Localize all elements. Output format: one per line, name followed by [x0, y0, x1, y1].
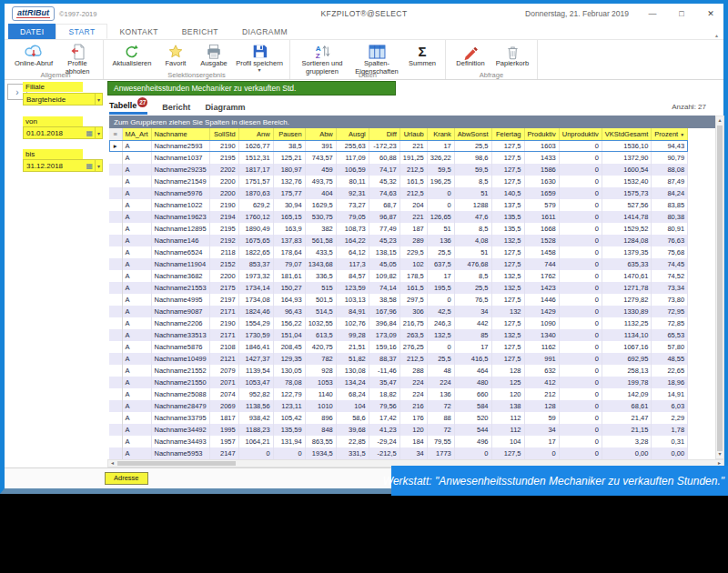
online-abruf-button[interactable]: Online-Abruf	[13, 42, 55, 68]
tab-bericht[interactable]: Bericht	[162, 103, 190, 115]
row-selector-header[interactable]: ≡	[109, 128, 122, 140]
row-selector[interactable]	[109, 294, 122, 306]
row-selector[interactable]	[109, 341, 122, 353]
adresse-button[interactable]: Adresse	[105, 472, 148, 485]
header-cell-prozent[interactable]: Prozent▼	[652, 128, 688, 140]
tab-tabelle[interactable]: Tabelle27	[109, 101, 147, 115]
table-row[interactable]: ANachname2155220791139,54130,05928130,08…	[109, 365, 688, 377]
scroll-left-icon[interactable]: ◂	[108, 460, 116, 467]
tab-diagramm[interactable]: DIAGRAMM	[230, 24, 299, 39]
table-row[interactable]: ANachname59532147001934,5331,5-212,53417…	[109, 447, 688, 459]
row-selector[interactable]	[109, 400, 122, 412]
row-selector[interactable]	[109, 187, 122, 199]
table-row[interactable]: ANachname2154922001751,57132,76493,7580,…	[109, 176, 688, 187]
row-selector[interactable]	[109, 246, 122, 258]
table-row[interactable]: ANachname3449219951188,23135,5984839,684…	[109, 424, 688, 436]
row-selector[interactable]	[109, 365, 122, 377]
vertical-scrollbar[interactable]: ▴ ▾	[715, 116, 724, 459]
papierkorb-button[interactable]: Papierkorb	[492, 42, 532, 68]
header-cell-abwsonst[interactable]: AbwSonst	[454, 128, 491, 140]
row-selector[interactable]	[109, 199, 122, 211]
row-selector[interactable]	[109, 436, 122, 447]
horizontal-scroll-thumb[interactable]	[117, 461, 236, 466]
row-selector[interactable]	[109, 306, 122, 317]
table-row[interactable]: ANachname2155321751734,14150,27515123,59…	[109, 282, 688, 294]
header-cell-sollstd[interactable]: SollStd	[209, 128, 238, 140]
row-selector[interactable]	[109, 424, 122, 436]
row-selector[interactable]	[109, 377, 122, 388]
table-row[interactable]: ANachname368222001973,32181,61336,584,57…	[109, 270, 688, 282]
von-date-field[interactable]: 01.01.2018 ▦ ▾	[23, 126, 103, 139]
ribbon-collapse-icon[interactable]: ▴	[715, 32, 718, 38]
table-row[interactable]: ANachname250882074952,82122,79114068,241…	[109, 388, 688, 400]
table-row[interactable]: ANachname3449319571064,21131,94863,5522,…	[109, 436, 688, 447]
row-selector[interactable]	[109, 152, 122, 164]
current-row-marker-icon[interactable]: ▸	[109, 140, 122, 152]
row-selector[interactable]	[109, 270, 122, 282]
row-selector[interactable]	[109, 353, 122, 365]
table-row[interactable]: ANachname3351321711730,59151,04613,599,2…	[109, 329, 688, 341]
table-row[interactable]: ANachname499521971734,08164,93501,5103,1…	[109, 294, 688, 306]
row-selector[interactable]	[109, 447, 122, 459]
row-selector[interactable]	[109, 282, 122, 294]
row-selector[interactable]	[109, 235, 122, 246]
table-row[interactable]: ANachname10222190629,230,941629,573,2768…	[109, 199, 688, 211]
header-cell-vkstdgesamt[interactable]: VKStdGesamt	[602, 128, 652, 140]
vertical-scroll-thumb[interactable]	[717, 126, 723, 451]
scroll-up-icon[interactable]: ▴	[716, 116, 723, 125]
header-cell-abw[interactable]: Abw	[305, 128, 336, 140]
header-cell-feiertag[interactable]: Feiertag	[491, 128, 524, 140]
chevron-down-icon[interactable]: ▾	[95, 94, 102, 105]
tab-datei[interactable]: DATEI	[8, 24, 56, 39]
tab-bericht[interactable]: BERICHT	[170, 24, 230, 39]
tab-start[interactable]: START	[56, 24, 107, 39]
header-cell-anw[interactable]: Anw	[238, 128, 273, 140]
table-row[interactable]: ANachname2847920691138,56123,11101010479…	[109, 400, 688, 412]
row-selector[interactable]	[109, 317, 122, 329]
row-selector[interactable]	[109, 329, 122, 341]
table-row[interactable]: ANachname2923522021817,17180,97459106,59…	[109, 164, 688, 176]
table-row[interactable]: ANachname2155020711053,4778,081053134,24…	[109, 377, 688, 388]
row-selector[interactable]	[109, 258, 122, 270]
table-row[interactable]: ▸ANachname259321901626,7738,5391255,63-1…	[109, 140, 688, 152]
table-row[interactable]: ANachname220621901554,29156,221032,55102…	[109, 317, 688, 329]
header-cell-pausen[interactable]: Pausen	[273, 128, 305, 140]
table-row[interactable]: ANachname103721951512,31125,21743,57117,…	[109, 152, 688, 164]
table-row[interactable]: ANachname597622001870,63175,7740492,3174…	[109, 187, 688, 199]
table-row[interactable]: ANachname1049921211427,37129,3578251,828…	[109, 353, 688, 365]
table-row[interactable]: ANachname1962321941760,12165,15530,7579,…	[109, 211, 688, 223]
header-cell-nachname[interactable]: Nachname	[151, 128, 209, 140]
tab-kontakt[interactable]: KONTAKT	[107, 24, 169, 39]
favorit-button[interactable]: Favorit	[157, 42, 194, 68]
row-selector[interactable]	[109, 176, 122, 187]
minimize-button[interactable]: —	[647, 9, 658, 18]
ausgabe-button[interactable]: Ausgabe	[196, 42, 232, 68]
definition-button[interactable]: Definition	[450, 42, 490, 68]
bis-date-field[interactable]: 31.12.2018 ▦ ▾	[23, 159, 103, 172]
aktualisieren-button[interactable]: Aktualisieren	[108, 42, 156, 68]
filiale-select[interactable]: Bargteheide ▾	[23, 93, 103, 106]
header-cell-ausgl[interactable]: Ausgl	[336, 128, 369, 140]
maximize-button[interactable]: □	[676, 9, 687, 18]
groupby-bar[interactable]: Zum Gruppieren ziehen Sie Spalten in die…	[109, 116, 715, 128]
row-selector[interactable]	[109, 412, 122, 424]
row-selector[interactable]	[109, 211, 122, 223]
header-cell-urlaub[interactable]: Urlaub	[399, 128, 427, 140]
table-row[interactable]: ANachname908721711824,4696,43514,584,911…	[109, 306, 688, 317]
table-row[interactable]: ANachname14621921675,65137,83561,58164,2…	[109, 235, 688, 246]
header-cell-krank[interactable]: Krank	[427, 128, 454, 140]
table-row[interactable]: ANachname652421181822,65178,64433,564,12…	[109, 246, 688, 258]
table-row[interactable]: ANachname119042152853,3779,071343,68117,…	[109, 258, 688, 270]
tab-diagramm[interactable]: Diagramm	[205, 103, 245, 115]
header-cell-unproduktiv[interactable]: Unproduktiv	[559, 128, 602, 140]
header-cell-diff[interactable]: Diff	[369, 128, 399, 140]
table-row[interactable]: ANachname1289521951890,49163,9382108,737…	[109, 223, 688, 235]
close-button[interactable]: ✕	[705, 9, 716, 18]
scroll-down-icon[interactable]: ▾	[716, 450, 723, 458]
table-row[interactable]: ANachname587621081846,41208,45420,7521,5…	[109, 341, 688, 353]
row-selector[interactable]	[109, 223, 122, 235]
row-selector[interactable]	[109, 164, 122, 176]
header-cell-ma_art[interactable]: MA_Art	[122, 128, 151, 140]
profil-speichern-button[interactable]: Profil speichern ▾	[234, 42, 285, 72]
header-cell-produktiv[interactable]: Produktiv	[524, 128, 559, 140]
